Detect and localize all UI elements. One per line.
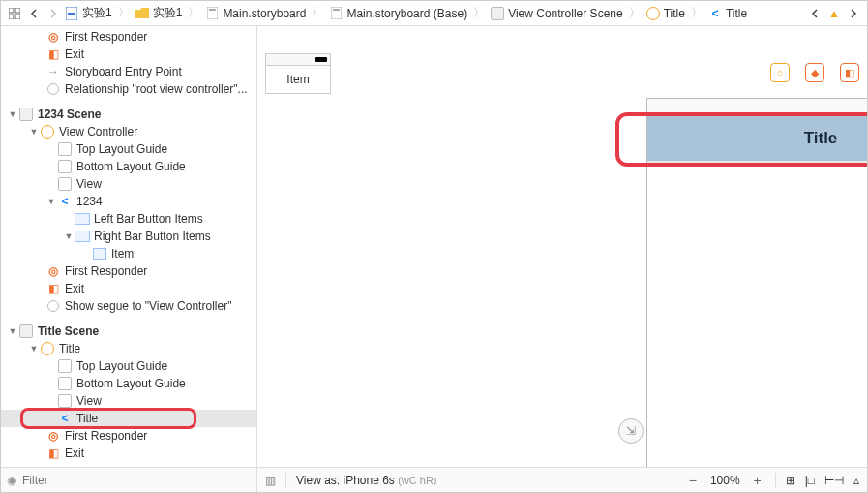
outline-row-top-guide-2[interactable]: Top Layout Guide bbox=[1, 357, 256, 375]
constraints-tool-3[interactable]: ⊢⊣ bbox=[824, 474, 844, 487]
outline-row-nav-title[interactable]: <Title bbox=[1, 410, 256, 427]
outline-label: First Responder bbox=[65, 264, 147, 278]
document-outline[interactable]: ◎First Responder ◧Exit →Storyboard Entry… bbox=[1, 26, 257, 467]
prev-counterpart-button[interactable] bbox=[807, 6, 823, 21]
breadcrumb-item-storyboard[interactable]: Main.storyboard bbox=[205, 7, 306, 20]
outline-label: Storyboard Entry Point bbox=[65, 65, 182, 78]
outline-row-title-scene[interactable]: ▼Title Scene bbox=[1, 323, 256, 340]
next-counterpart-button[interactable] bbox=[846, 6, 861, 21]
outline-row-exit-3[interactable]: ◧Exit bbox=[1, 445, 256, 462]
view-controller-icon bbox=[40, 342, 55, 355]
outline-row-title-vc[interactable]: ▼Title bbox=[1, 340, 256, 357]
outline-label: 1234 bbox=[76, 195, 103, 208]
zoom-out-button[interactable]: − bbox=[685, 473, 701, 488]
constraints-tool-4[interactable]: ▵ bbox=[853, 474, 859, 487]
outline-label: View Controller bbox=[59, 125, 137, 139]
disclosure-icon[interactable]: ▼ bbox=[7, 326, 18, 336]
bar-button-item-icon bbox=[92, 247, 107, 261]
outline-label: Item bbox=[111, 247, 134, 261]
toggle-outline-icon[interactable]: ▥ bbox=[265, 474, 276, 487]
outline-label: Relationship "root view controller"... bbox=[65, 82, 248, 96]
storyboard-canvas[interactable]: Item ○ ◆ ◧ Title ⇲ bbox=[257, 26, 867, 467]
outline-row-top-guide[interactable]: Top Layout Guide bbox=[1, 140, 256, 158]
warning-icon[interactable]: ▲ bbox=[828, 7, 840, 20]
breadcrumb-item-storyboard-base[interactable]: Main.storyboard (Base) bbox=[329, 7, 467, 20]
outline-row-nav-1234[interactable]: ▼<1234 bbox=[1, 193, 256, 210]
outline-label: Left Bar Button Items bbox=[94, 212, 203, 226]
disclosure-icon[interactable]: ▼ bbox=[7, 109, 18, 119]
outline-row-view[interactable]: View bbox=[1, 175, 256, 193]
breadcrumb-item-title-vc[interactable]: Title bbox=[646, 7, 685, 20]
outline-row-right-bar[interactable]: ▼Right Bar Button Items bbox=[1, 228, 256, 245]
outline-row-exit-2[interactable]: ◧Exit bbox=[1, 280, 256, 297]
select-vc-button[interactable]: ○ bbox=[770, 63, 790, 82]
layout-guide-icon bbox=[57, 377, 73, 390]
outline-row-view-2[interactable]: View bbox=[1, 392, 256, 410]
outline-row-exit[interactable]: ◧Exit bbox=[1, 46, 256, 63]
zoom-level: 100% bbox=[710, 474, 740, 487]
svg-rect-8 bbox=[331, 7, 342, 19]
constraints-tool-1[interactable]: ⊞ bbox=[786, 474, 795, 487]
filter-input[interactable] bbox=[22, 474, 251, 487]
outline-row-item[interactable]: Item bbox=[1, 245, 256, 262]
mini-navbar: Item bbox=[265, 65, 331, 94]
status-bar bbox=[647, 99, 867, 116]
breadcrumb-item-folder[interactable]: 实验1 bbox=[135, 5, 183, 21]
mini-scene-preview[interactable]: Item bbox=[265, 53, 331, 467]
exit-button[interactable]: ◧ bbox=[840, 63, 859, 82]
segue-icon bbox=[45, 299, 61, 313]
view-icon bbox=[57, 394, 73, 408]
outline-row-bottom-guide[interactable]: Bottom Layout Guide bbox=[1, 158, 256, 175]
related-items-icon[interactable] bbox=[7, 6, 22, 21]
embed-in-button[interactable]: ⇲ bbox=[618, 418, 644, 444]
layout-guide-icon bbox=[57, 142, 73, 156]
xcodeproj-icon bbox=[65, 7, 78, 20]
back-button[interactable] bbox=[26, 6, 42, 21]
outline-row-left-bar[interactable]: Left Bar Button Items bbox=[1, 210, 256, 228]
breadcrumb-label: Main.storyboard (Base) bbox=[346, 7, 467, 20]
svg-rect-9 bbox=[333, 9, 340, 11]
bar-items-icon bbox=[75, 230, 90, 243]
outline-row-entry[interactable]: →Storyboard Entry Point bbox=[1, 63, 256, 80]
outline-label: Title bbox=[76, 412, 98, 425]
breadcrumb-item-scene[interactable]: View Controller Scene bbox=[491, 7, 623, 20]
scene-toolbar: ○ ◆ ◧ bbox=[770, 63, 859, 82]
chevron-right-icon: 〉 bbox=[473, 5, 485, 21]
outline-label: First Responder bbox=[65, 30, 147, 44]
constraints-tool-2[interactable]: |□ bbox=[805, 474, 815, 487]
outline-row-first-responder-3[interactable]: ◎First Responder bbox=[1, 427, 256, 445]
view-as-label[interactable]: View as: iPhone 6s (wC hR) bbox=[296, 474, 437, 487]
outline-row-first-responder[interactable]: ◎First Responder bbox=[1, 262, 256, 280]
breadcrumb-label: Main.storyboard bbox=[223, 7, 306, 20]
scene-icon bbox=[491, 7, 504, 20]
outline-label: Top Layout Guide bbox=[76, 142, 167, 156]
svg-rect-7 bbox=[209, 9, 216, 11]
disclosure-icon[interactable]: ▼ bbox=[63, 231, 75, 241]
device-canvas[interactable]: Title bbox=[646, 98, 867, 467]
breadcrumb-bar: 实验1 〉 实验1 〉 Main.storyboard 〉 Main.story… bbox=[1, 1, 867, 26]
breadcrumb-label: 实验1 bbox=[153, 5, 183, 21]
zoom-in-button[interactable]: + bbox=[750, 473, 765, 488]
disclosure-icon[interactable]: ▼ bbox=[28, 344, 40, 354]
outline-row-bottom-guide-2[interactable]: Bottom Layout Guide bbox=[1, 375, 256, 392]
forward-button[interactable] bbox=[45, 6, 61, 21]
outline-row-relationship[interactable]: Relationship "root view controller"... bbox=[1, 80, 256, 98]
navigation-item-icon: < bbox=[57, 412, 73, 425]
disclosure-icon[interactable]: ▼ bbox=[28, 127, 40, 137]
outline-label: View bbox=[76, 177, 102, 191]
disclosure-icon[interactable]: ▼ bbox=[45, 197, 57, 206]
chevron-right-icon: 〉 bbox=[188, 5, 199, 21]
outline-row-segue[interactable]: Show segue to "View Controller" bbox=[1, 297, 256, 315]
navbar-title[interactable]: Title bbox=[804, 129, 838, 148]
outline-row-view-controller[interactable]: ▼View Controller bbox=[1, 123, 256, 140]
navigation-item-icon: < bbox=[57, 195, 73, 208]
first-responder-button[interactable]: ◆ bbox=[805, 63, 824, 82]
exit-icon: ◧ bbox=[45, 47, 61, 61]
outline-row-first-responder-truncated[interactable]: ◎First Responder bbox=[1, 28, 256, 46]
navbar-bottom-separator bbox=[647, 161, 867, 165]
breadcrumb-item-project[interactable]: 实验1 bbox=[65, 5, 112, 21]
breadcrumb-item-nav-title[interactable]: < Title bbox=[708, 7, 747, 20]
outline-row-scene-1234[interactable]: ▼1234 Scene bbox=[1, 106, 256, 123]
navigation-bar[interactable]: Title bbox=[647, 116, 867, 161]
outline-label: 1234 Scene bbox=[38, 108, 101, 121]
